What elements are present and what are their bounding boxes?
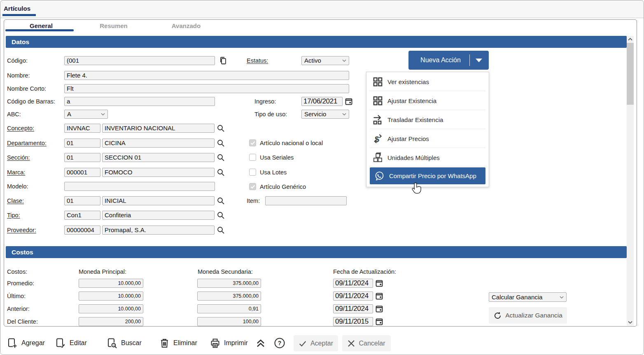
search-icon[interactable] [217,153,226,162]
marca-label[interactable]: Marca: [7,168,25,177]
estatus-select[interactable]: Activo [301,56,349,65]
scroll-up-icon[interactable] [627,36,634,43]
ultimo-fecha-input[interactable]: 09/11/2024 [333,292,373,301]
calendar-icon[interactable] [375,317,384,327]
anterior-fecha-input[interactable]: 09/11/2024 [333,304,373,313]
promedio-fecha-input[interactable]: 09/11/2024 [333,279,373,288]
menu-item-trasladar-existencia[interactable]: Trasladar Existencia [366,110,489,129]
actualizar-ganancia-button[interactable]: Actualizar Ganancia [489,307,567,324]
calcular-ganancia-select[interactable]: Calcular Ganancia [489,292,567,302]
clase-code-input[interactable]: 01 [64,196,100,205]
departamento-name-input[interactable]: CICINA [102,139,215,148]
concepto-name-input[interactable]: INVENTARIO NACIONAL [102,124,215,133]
menu-item-compartir-whatsapp[interactable]: Compartir Precio por WhatsApp [370,167,485,184]
aceptar-button[interactable]: Aceptar [294,335,338,351]
checkbox-articulo-nacional[interactable]: Artículo nacional o local [249,139,323,146]
row-label: Del Cliente: [7,317,38,326]
eliminar-button[interactable]: Eliminar [159,338,197,348]
search-icon[interactable] [217,139,226,148]
edit-document-icon [55,338,66,349]
anterior-principal-input[interactable]: 10.000,00 [79,304,143,313]
concepto-code-input[interactable]: INVNAC [64,124,100,133]
search-icon[interactable] [217,211,226,220]
proveedor-code-input[interactable]: 00000004 [64,226,100,235]
proveedor-name-input[interactable]: Promapal, S.A. [102,226,215,235]
codigo-barras-input[interactable]: a [64,97,215,106]
checkbox-label: Artículo Genérico [260,183,306,190]
marca-name-input[interactable]: FOMOCO [102,168,215,177]
clase-label[interactable]: Clase: [7,196,24,205]
collapse-toolbar-button[interactable] [255,338,266,348]
del-cliente-fecha-input[interactable]: 09/11/2015 [333,317,373,326]
item-input[interactable] [265,196,347,205]
estatus-label[interactable]: Estatus: [247,56,268,65]
search-icon[interactable] [217,168,226,177]
imprimir-button[interactable]: Imprimir [210,338,248,348]
editar-button[interactable]: Editar [55,338,87,348]
calendar-icon[interactable] [375,292,384,301]
promedio-secundaria-input[interactable]: 375.000,00 [197,279,261,288]
estatus-select-value: Activo [304,56,321,65]
ingreso-input[interactable]: 17/06/2021 [301,97,343,106]
cancelar-button[interactable]: Cancelar [342,335,391,351]
nombre-corto-label: Nombre Corto: [7,84,46,93]
ultimo-principal-input[interactable]: 10.000,00 [79,292,143,301]
marca-code-input[interactable]: 000001 [64,168,100,177]
dropdown-arrow-icon[interactable] [476,59,482,62]
modelo-input[interactable] [64,182,215,191]
nueva-accion-button[interactable]: Nueva Acción [408,51,489,70]
agregar-button[interactable]: Agregar [7,338,45,348]
departamento-code-input[interactable]: 01 [64,139,100,148]
tipo-uso-select[interactable]: Servicio [301,110,349,119]
tab-avanzado[interactable]: Avanzado [150,21,222,31]
tipo-name-input[interactable]: Confiteria [102,211,215,220]
anterior-secundaria-input[interactable]: 0,91 [197,304,261,313]
del-cliente-principal-input[interactable]: 200,00 [79,317,143,326]
abc-select[interactable]: A [64,110,108,119]
checkbox-usa-lotes[interactable]: Usa Lotes [249,169,287,176]
nombre-corto-input[interactable]: Flt [64,84,349,93]
menu-item-unidades-multiples[interactable]: Unidades Múltiples [366,148,489,167]
seccion-name-input[interactable]: SECCION 01 [102,153,215,162]
tipo-label[interactable]: Tipo: [7,211,20,220]
articulos-panel: General Resumen Avanzado Datos Código: (… [4,19,637,327]
search-icon[interactable] [217,197,226,206]
tipo-uso-label: Tipo de uso: [254,110,287,119]
tipo-code-input[interactable]: Con1 [64,211,100,220]
mouse-cursor-pointer [412,182,422,195]
nombre-input[interactable]: Flete 4. [64,71,349,80]
departamento-label[interactable]: Departamento: [7,139,47,148]
seccion-label[interactable]: Sección: [7,153,30,162]
codigo-input[interactable]: (001 [64,56,215,65]
search-icon[interactable] [217,124,226,133]
calendar-icon[interactable] [375,305,384,314]
menu-item-ver-existencias[interactable]: Ver existencias [366,72,489,91]
vertical-scrollbar[interactable] [627,36,634,326]
ultimo-secundaria-input[interactable]: 375.000,00 [197,292,261,301]
help-button[interactable]: ? [274,338,285,348]
seccion-code-input[interactable]: 01 [64,153,100,162]
clase-name-input[interactable]: INICIAL [102,196,215,205]
scrollbar-thumb[interactable] [627,43,634,105]
printer-icon [210,338,221,349]
calendar-icon[interactable] [345,97,354,106]
promedio-principal-input[interactable]: 10.000,00 [79,279,143,288]
copy-icon[interactable] [219,56,228,65]
tab-resumen[interactable]: Resumen [77,21,150,31]
checkbox-usa-seriales[interactable]: Usa Seriales [249,154,294,161]
row-nombre: Nombre: Flete 4. [4,71,637,80]
tab-articulos[interactable]: Artículos [4,5,30,12]
checkbox-articulo-generico[interactable]: Artículo Genérico [249,183,306,190]
moneda-principal-col-label: Moneda Principal: [79,267,126,276]
menu-item-ajustar-precios[interactable]: $ Ajustar Precios [366,129,489,148]
calendar-icon[interactable] [375,279,384,288]
modelo-label: Modelo: [7,182,28,191]
buscar-button[interactable]: Buscar [107,338,142,348]
proveedor-label[interactable]: Proveedor: [7,226,36,235]
search-icon[interactable] [217,226,226,235]
menu-item-ajustar-existencia[interactable]: Ajustar Existencia [366,91,489,110]
scroll-down-icon[interactable] [627,319,634,326]
concepto-label[interactable]: Concepto: [7,124,34,133]
del-cliente-secundaria-input[interactable]: 100,00 [197,317,261,326]
row-concepto: Concepto: INVNAC INVENTARIO NACIONAL [4,124,637,133]
